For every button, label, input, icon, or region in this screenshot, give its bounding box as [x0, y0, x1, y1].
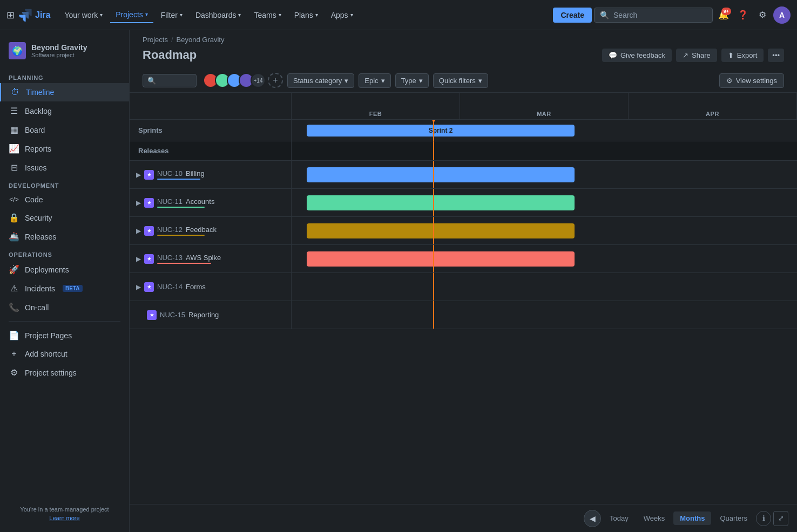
expand-btn-nuc12[interactable]: ▶ [136, 227, 141, 235]
info-button[interactable]: ℹ [756, 511, 771, 526]
create-button[interactable]: Create [553, 8, 592, 23]
nav-your-work[interactable]: Your work ▾ [59, 8, 108, 23]
sprint-row: Sprints Sprint 2 [130, 120, 797, 141]
sidebar-item-oncall[interactable]: 📞 On-call [0, 298, 129, 317]
today-button[interactable]: Today [603, 511, 635, 525]
development-section-label: DEVELOPMENT [0, 177, 129, 191]
breadcrumb-projects[interactable]: Projects [143, 36, 168, 44]
months-button[interactable]: Months [673, 511, 711, 525]
help-icon[interactable]: ❓ [734, 6, 752, 24]
code-icon: </> [9, 196, 19, 203]
export-button[interactable]: ⬆ Export [721, 49, 764, 62]
user-avatar[interactable]: A [773, 6, 791, 24]
sprint-right: Sprint 2 [292, 120, 797, 141]
sidebar-item-issues[interactable]: ⊟ Issues [0, 158, 129, 177]
sidebar-item-security[interactable]: 🔒 Security [0, 208, 129, 227]
issues-icon: ⊟ [9, 162, 19, 173]
sprint-bar[interactable]: Sprint 2 [307, 125, 575, 137]
project-info: Beyond Gravity Software project [31, 43, 87, 58]
epic-row-nuc15: ★ NUC-15 Reporting [130, 301, 797, 329]
sidebar-project[interactable]: 🌍 Beyond Gravity Software project [0, 37, 129, 65]
search-input[interactable] [159, 77, 192, 85]
epic-bar-nuc13[interactable] [307, 251, 575, 267]
month-mar: MAR [460, 93, 629, 119]
sidebar-item-deployments[interactable]: 🚀 Deployments [0, 260, 129, 279]
sidebar-item-timeline[interactable]: ⏱ Timeline [0, 83, 129, 101]
nav-apps[interactable]: Apps ▾ [326, 8, 359, 23]
avatar-count[interactable]: +14 [251, 73, 266, 88]
epic-bar-nuc12[interactable] [307, 223, 575, 238]
logo[interactable]: Jira [19, 9, 50, 22]
epic-left-nuc11: ▶ ★ NUC-11 Accounts [130, 189, 292, 216]
sidebar-item-code[interactable]: </> Code [0, 191, 129, 208]
search-icon: 🔍 [600, 11, 609, 19]
breadcrumb: Projects / Beyond Gravity [130, 30, 797, 46]
more-button[interactable]: ••• [768, 49, 784, 62]
sidebar-item-releases[interactable]: 🚢 Releases [0, 227, 129, 246]
weeks-button[interactable]: Weeks [637, 511, 672, 525]
month-feb: FEB [292, 93, 460, 119]
sidebar-item-reports[interactable]: 📈 Reports [0, 139, 129, 158]
search-box[interactable]: 🔍 Search [594, 8, 713, 23]
notification-icon[interactable]: 🔔 9+ [715, 6, 732, 24]
roadmap-scroll[interactable]: Sprints Sprint 2 Releases [130, 120, 797, 504]
month-apr: APR [629, 93, 797, 119]
sidebar-divider [9, 321, 120, 322]
sidebar-item-add-shortcut[interactable]: + Add shortcut [0, 345, 129, 363]
feedback-button[interactable]: 💬 Give feedback [602, 49, 672, 62]
epic-left-nuc10: ▶ ★ NUC-10 Billing [130, 161, 292, 188]
nav-projects[interactable]: Projects ▾ [110, 7, 153, 23]
assign-button[interactable]: + [268, 73, 283, 88]
epic-row-nuc10: ▶ ★ NUC-10 Billing [130, 161, 797, 189]
nav-teams[interactable]: Teams ▾ [248, 8, 286, 23]
settings-icon[interactable]: ⚙ [754, 6, 771, 24]
epic-row-nuc11: ▶ ★ NUC-11 Accounts [130, 189, 797, 217]
incidents-icon: ⚠ [9, 283, 19, 294]
topnav-icons: 🔔 9+ ❓ ⚙ A [715, 6, 791, 24]
toolbar-search[interactable]: 🔍 [143, 74, 197, 87]
backlog-icon: ☰ [9, 106, 19, 116]
feedback-icon: 💬 [609, 51, 617, 59]
expand-btn-nuc11[interactable]: ▶ [136, 199, 141, 207]
epic-left-nuc15: ★ NUC-15 Reporting [130, 301, 292, 329]
month-headers: FEB MAR APR [292, 93, 797, 119]
epic-bar-nuc10[interactable] [307, 167, 575, 182]
bottom-bar: ◀ Today Weeks Months Quarters ℹ ⤢ [130, 504, 797, 532]
breadcrumb-project[interactable]: Beyond Gravity [177, 36, 225, 44]
today-marker [430, 120, 437, 123]
epic-icon-nuc11: ★ [144, 198, 154, 208]
nav-filter[interactable]: Filter ▾ [156, 8, 188, 23]
expand-full-button[interactable]: ⤢ [773, 511, 788, 526]
epic-bar-nuc11[interactable] [307, 195, 575, 210]
oncall-icon: 📞 [9, 302, 19, 312]
sidebar-item-backlog[interactable]: ☰ Backlog [0, 101, 129, 120]
sidebar-item-board[interactable]: ▦ Board [0, 120, 129, 139]
share-button[interactable]: ↗ Share [676, 49, 717, 62]
learn-more-link[interactable]: Learn more [9, 515, 120, 521]
page-title: Roadmap [143, 48, 197, 62]
type-filter[interactable]: Type ▾ [395, 73, 429, 88]
view-settings-button[interactable]: ⚙ View settings [719, 73, 784, 88]
sidebar-item-incidents[interactable]: ⚠ Incidents BETA [0, 279, 129, 298]
time-nav-left[interactable]: ◀ [584, 510, 601, 527]
sidebar-item-project-settings[interactable]: ⚙ Project settings [0, 363, 129, 382]
project-pages-icon: 📄 [9, 330, 19, 340]
quarters-button[interactable]: Quarters [713, 511, 754, 525]
expand-btn-nuc10[interactable]: ▶ [136, 171, 141, 179]
today-line-releases [433, 141, 434, 160]
export-icon: ⬆ [728, 51, 734, 59]
grid-icon[interactable]: ⊞ [6, 9, 15, 21]
expand-btn-nuc14[interactable]: ▶ [136, 283, 141, 291]
avatars-group: +14 + [203, 73, 283, 88]
status-category-filter[interactable]: Status category ▾ [287, 73, 354, 88]
nav-dashboards[interactable]: Dashboards ▾ [190, 8, 247, 23]
sidebar-item-project-pages[interactable]: 📄 Project Pages [0, 326, 129, 345]
sprint-label: Sprints [130, 120, 292, 141]
nav-plans[interactable]: Plans ▾ [289, 8, 323, 23]
epic-icon-nuc10: ★ [144, 170, 154, 180]
epic-right-nuc13 [292, 245, 797, 272]
epic-filter[interactable]: Epic ▾ [359, 73, 390, 88]
expand-btn-nuc13[interactable]: ▶ [136, 255, 141, 263]
quick-filters-button[interactable]: Quick filters ▾ [433, 73, 488, 88]
settings-icon: ⚙ [726, 77, 733, 85]
